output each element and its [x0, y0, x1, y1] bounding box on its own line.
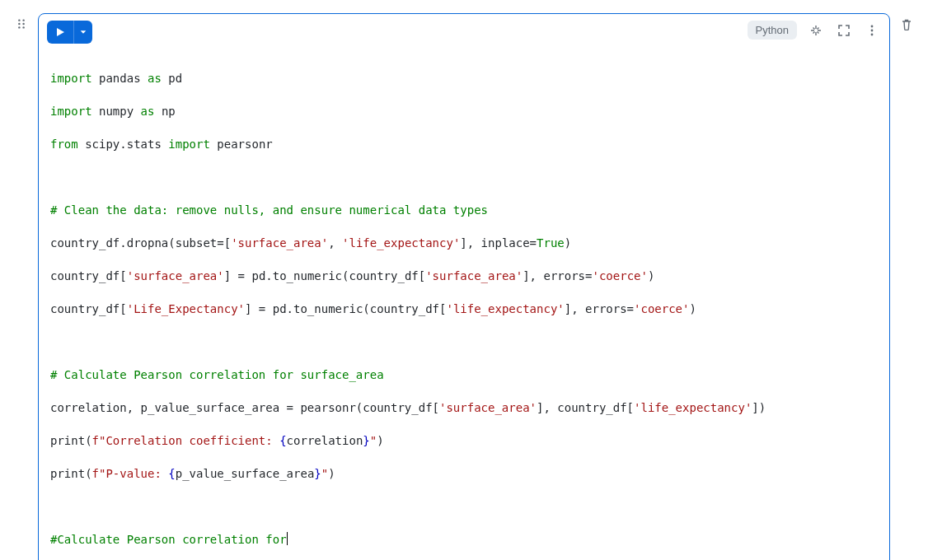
cell-more-button[interactable]	[863, 21, 881, 40]
fullscreen-button[interactable]	[835, 21, 853, 40]
active-cell-row: Python import pandas as pd import numpy …	[13, 13, 915, 560]
fullscreen-icon	[837, 24, 851, 37]
more-vertical-icon	[865, 24, 879, 37]
drag-grip-icon	[16, 18, 27, 30]
sparkle-icon	[809, 24, 823, 37]
chevron-down-icon	[79, 28, 87, 36]
svg-point-8	[871, 33, 874, 35]
run-cell-button[interactable]	[47, 21, 73, 44]
svg-point-6	[871, 25, 874, 27]
svg-point-5	[22, 26, 24, 28]
svg-point-3	[22, 23, 24, 25]
run-menu-button[interactable]	[73, 21, 92, 44]
svg-point-4	[18, 26, 20, 28]
svg-point-0	[18, 19, 20, 21]
code-editor[interactable]: import pandas as pd import numpy as np f…	[50, 54, 878, 560]
ai-assist-button[interactable]	[807, 21, 825, 40]
cell-run-toolbar	[47, 21, 92, 44]
code-cell-active[interactable]: Python import pandas as pd import numpy …	[38, 13, 890, 560]
text-caret	[287, 532, 288, 545]
cell-right-toolbar: Python	[748, 21, 881, 40]
svg-point-1	[22, 19, 24, 21]
play-icon	[55, 27, 65, 37]
drag-handle[interactable]	[13, 13, 30, 30]
svg-point-7	[871, 29, 874, 31]
language-selector[interactable]: Python	[748, 21, 797, 40]
trash-icon	[900, 18, 913, 31]
delete-cell-button[interactable]	[898, 13, 915, 31]
run-button-group	[47, 21, 92, 44]
svg-point-2	[18, 23, 20, 25]
